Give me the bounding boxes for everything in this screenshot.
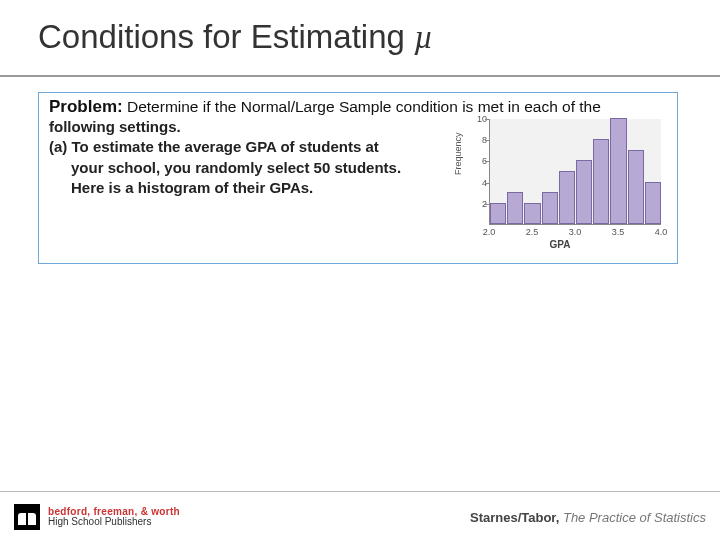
- y-tick-mark: [485, 204, 489, 205]
- problem-part-a-2: your school, you randomly select 50 stud…: [49, 158, 449, 178]
- chart-plot-area: [489, 119, 661, 225]
- x-tick-label: 2.5: [526, 227, 539, 237]
- problem-line-1: Problem: Determine if the Normal/Large S…: [49, 97, 667, 117]
- histogram-bar: [524, 203, 540, 224]
- x-tick-label: 4.0: [655, 227, 668, 237]
- x-tick-label: 3.0: [569, 227, 582, 237]
- page-title: Conditions for Estimating µ: [38, 18, 433, 56]
- x-tick-label: 3.5: [612, 227, 625, 237]
- logo-icon: [14, 504, 40, 530]
- problem-part-a-3: Here is a histogram of their GPAs.: [49, 178, 449, 198]
- title-text: Conditions for Estimating: [38, 18, 414, 55]
- title-symbol: µ: [414, 19, 433, 55]
- histogram-bar: [610, 118, 626, 224]
- problem-line-2: following settings.: [49, 117, 449, 137]
- gpa-histogram: Frequency GPA 2468102.02.53.03.54.0: [455, 115, 671, 253]
- publisher-logo: bedford, freeman, & worth High School Pu…: [14, 504, 180, 530]
- histogram-bar: [576, 160, 592, 224]
- y-axis-label: Frequency: [453, 132, 463, 175]
- credit-line: Starnes/Tabor, The Practice of Statistic…: [470, 510, 706, 525]
- histogram-bar: [490, 203, 506, 224]
- problem-part-a-1: (a) To estimate the average GPA of stude…: [49, 137, 449, 157]
- footer: bedford, freeman, & worth High School Pu…: [14, 504, 706, 530]
- title-divider: [0, 75, 720, 77]
- problem-label: Problem:: [49, 97, 123, 116]
- y-tick-mark: [485, 183, 489, 184]
- y-tick-mark: [485, 161, 489, 162]
- histogram-bar: [507, 192, 523, 224]
- x-axis-label: GPA: [455, 239, 665, 250]
- logo-line-2: High School Publishers: [48, 517, 180, 527]
- credit-author: Starnes/Tabor,: [470, 510, 563, 525]
- y-tick-mark: [485, 140, 489, 141]
- x-tick-label: 2.0: [483, 227, 496, 237]
- histogram-bar: [645, 182, 661, 224]
- credit-book: The Practice of Statistics: [563, 510, 706, 525]
- problem-box: Problem: Determine if the Normal/Large S…: [38, 92, 678, 264]
- y-tick-mark: [485, 119, 489, 120]
- histogram-bar: [628, 150, 644, 224]
- histogram-bar: [542, 192, 558, 224]
- footer-divider: [0, 491, 720, 492]
- histogram-bar: [593, 139, 609, 224]
- problem-line1-rest: Determine if the Normal/Large Sample con…: [123, 98, 601, 115]
- histogram-bar: [559, 171, 575, 224]
